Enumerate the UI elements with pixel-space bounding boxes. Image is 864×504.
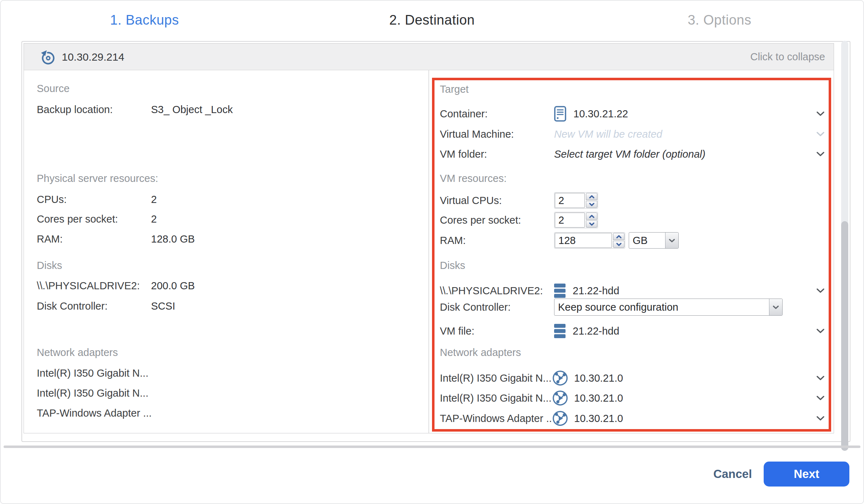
host-header[interactable]: 10.30.29.214 Click to collapse bbox=[24, 44, 834, 70]
host-ip: 10.30.29.214 bbox=[62, 44, 124, 70]
vm-resources-heading: VM resources: bbox=[440, 172, 507, 184]
restore-wizard-screen: 1. Backups 2. Destination 3. Options 10.… bbox=[0, 0, 864, 504]
source-column: Source Backup location: S3_ Object _Lock… bbox=[24, 70, 428, 433]
ram-increment-button[interactable] bbox=[613, 233, 624, 240]
target-adapter-2-value: 10.30.21.0 bbox=[574, 392, 623, 404]
network-icon bbox=[552, 410, 568, 427]
step-backups[interactable]: 1. Backups bbox=[1, 10, 288, 30]
target-adapter-2-label: Intel(R) I350 Gigabit N... bbox=[440, 392, 552, 404]
target-adapter-3-value: 10.30.21.0 bbox=[574, 413, 623, 424]
source-ram-value: 128.0 GB bbox=[151, 233, 195, 245]
target-adapter-1-dropdown-chevron[interactable] bbox=[816, 376, 825, 381]
source-disk-row: \\.\PHYSICALDRIVE2: 200.0 GB bbox=[24, 277, 428, 294]
source-cores-value: 2 bbox=[151, 213, 157, 225]
ram-row: RAM: 128 GB bbox=[429, 232, 834, 249]
target-adapter-1-value: 10.30.21.0 bbox=[574, 372, 623, 384]
virtual-cpus-decrement-button[interactable] bbox=[586, 201, 597, 208]
source-cores-row: Cores per socket: 2 bbox=[24, 210, 428, 228]
virtual-machine-label: Virtual Machine: bbox=[440, 128, 514, 140]
vertical-scrollbar-thumb[interactable] bbox=[841, 221, 848, 451]
container-dropdown-chevron[interactable] bbox=[816, 111, 825, 117]
virtual-cpus-input[interactable]: 2 bbox=[555, 193, 585, 208]
cores-increment-button[interactable] bbox=[586, 213, 597, 220]
vm-file-dropdown-chevron[interactable] bbox=[816, 329, 825, 334]
virtual-machine-row[interactable]: Virtual Machine: New VM will be created bbox=[429, 126, 834, 143]
vm-file-value: 21.22-hdd bbox=[573, 325, 619, 337]
ram-unit-dropdown-button[interactable] bbox=[665, 233, 678, 248]
target-adapter-2-dropdown-chevron[interactable] bbox=[816, 396, 825, 401]
virtual-machine-dropdown-chevron[interactable] bbox=[816, 132, 825, 137]
container-row[interactable]: Container: 10.30.21.22 bbox=[429, 105, 834, 122]
step-destination[interactable]: 2. Destination bbox=[288, 10, 576, 30]
cores-decrement-button[interactable] bbox=[586, 220, 597, 228]
target-disk-label: \\.\PHYSICALDRIVE2: bbox=[440, 285, 543, 297]
horizontal-scrollbar[interactable] bbox=[4, 446, 860, 448]
target-disk-dropdown-chevron[interactable] bbox=[816, 288, 825, 294]
ram-decrement-button[interactable] bbox=[613, 241, 624, 248]
collapse-hint[interactable]: Click to collapse bbox=[750, 44, 825, 70]
vm-folder-row[interactable]: VM folder: Select target VM folder (opti… bbox=[429, 146, 834, 163]
source-adapter-2: Intel(R) I350 Gigabit N... bbox=[37, 387, 149, 399]
source-adapter-row: Intel(R) I350 Gigabit N... bbox=[24, 365, 428, 382]
source-cores-label: Cores per socket: bbox=[37, 213, 118, 225]
disk-controller-select[interactable]: Keep source configuration bbox=[554, 299, 783, 316]
vm-file-label: VM file: bbox=[440, 325, 474, 337]
target-adapter-row[interactable]: Intel(R) I350 Gigabit N... bbox=[429, 390, 834, 407]
backup-location-row: Backup location: S3_ Object _Lock bbox=[24, 101, 428, 118]
ram-input[interactable]: 128 bbox=[555, 233, 612, 248]
virtual-cpus-row: Virtual CPUs: 2 bbox=[429, 192, 834, 209]
cancel-button[interactable]: Cancel bbox=[709, 464, 756, 484]
backup-location-label: Backup location: bbox=[37, 104, 113, 116]
target-disk-value: 21.22-hdd bbox=[573, 285, 619, 297]
target-disk-row[interactable]: \\.\PHYSICALDRIVE2: 21.22-hdd bbox=[429, 282, 834, 299]
source-network-heading: Network adapters bbox=[37, 346, 118, 358]
virtual-cpus-increment-button[interactable] bbox=[586, 193, 597, 200]
source-adapter-3: TAP-Windows Adapter ... bbox=[37, 407, 152, 419]
disk-controller-value: Keep source configuration bbox=[554, 299, 769, 315]
step-options[interactable]: 3. Options bbox=[576, 10, 863, 30]
vertical-scrollbar[interactable] bbox=[841, 41, 848, 451]
source-cpus-value: 2 bbox=[151, 194, 157, 205]
target-adapter-row[interactable]: Intel(R) I350 Gigabit N... bbox=[429, 370, 834, 387]
vm-folder-label: VM folder: bbox=[440, 148, 487, 160]
server-icon bbox=[554, 106, 566, 122]
container-label: Container: bbox=[440, 108, 488, 120]
target-adapter-3-dropdown-chevron[interactable] bbox=[816, 416, 825, 421]
source-disks-heading: Disks bbox=[37, 259, 62, 271]
virtual-cpus-stepper: 2 bbox=[554, 192, 598, 209]
target-network-heading: Network adapters bbox=[440, 346, 521, 358]
source-cpus-row: CPUs: 2 bbox=[24, 191, 428, 208]
disk-controller-dropdown-button[interactable] bbox=[769, 299, 782, 315]
target-disks-heading: Disks bbox=[440, 259, 465, 271]
source-heading: Source bbox=[37, 82, 70, 95]
target-adapter-3-label: TAP-Windows Adapter ... bbox=[440, 413, 553, 424]
disk-icon bbox=[554, 284, 566, 298]
vm-file-row[interactable]: VM file: 21.22-hdd bbox=[429, 322, 834, 340]
host-panel: 10.30.29.214 Click to collapse Source Ba… bbox=[21, 41, 850, 442]
disk-controller-row: Disk Controller: Keep source configurati… bbox=[429, 299, 834, 316]
cores-per-socket-input[interactable]: 2 bbox=[555, 213, 585, 228]
host-panel-inner: 10.30.29.214 Click to collapse Source Ba… bbox=[24, 43, 834, 433]
disk-icon bbox=[554, 324, 566, 338]
target-heading: Target bbox=[440, 83, 469, 95]
wizard-steps: 1. Backups 2. Destination 3. Options bbox=[1, 10, 863, 30]
disk-controller-label: Disk Controller: bbox=[440, 301, 511, 313]
network-icon bbox=[552, 390, 568, 406]
source-ram-row: RAM: 128.0 GB bbox=[24, 230, 428, 248]
cores-per-socket-stepper: 2 bbox=[554, 212, 598, 228]
ram-unit-select[interactable]: GB bbox=[629, 232, 679, 249]
source-adapter-1: Intel(R) I350 Gigabit N... bbox=[37, 367, 149, 379]
target-adapter-1-label: Intel(R) I350 Gigabit N... bbox=[440, 372, 552, 384]
vm-folder-dropdown-chevron[interactable] bbox=[816, 152, 825, 157]
physical-resources-heading: Physical server resources: bbox=[37, 172, 158, 184]
cores-per-socket-label: Cores per socket: bbox=[440, 214, 521, 226]
target-adapter-row[interactable]: TAP-Windows Adapter ... bbox=[429, 410, 834, 427]
container-value: 10.30.21.22 bbox=[573, 108, 628, 120]
virtual-machine-placeholder: New VM will be created bbox=[554, 128, 662, 140]
next-button[interactable]: Next bbox=[764, 462, 849, 487]
cores-per-socket-row: Cores per socket: 2 bbox=[429, 212, 834, 229]
vm-folder-placeholder: Select target VM folder (optional) bbox=[554, 148, 705, 160]
source-ram-label: RAM: bbox=[37, 233, 63, 245]
source-adapter-row: TAP-Windows Adapter ... bbox=[24, 404, 428, 422]
network-icon bbox=[552, 370, 568, 386]
